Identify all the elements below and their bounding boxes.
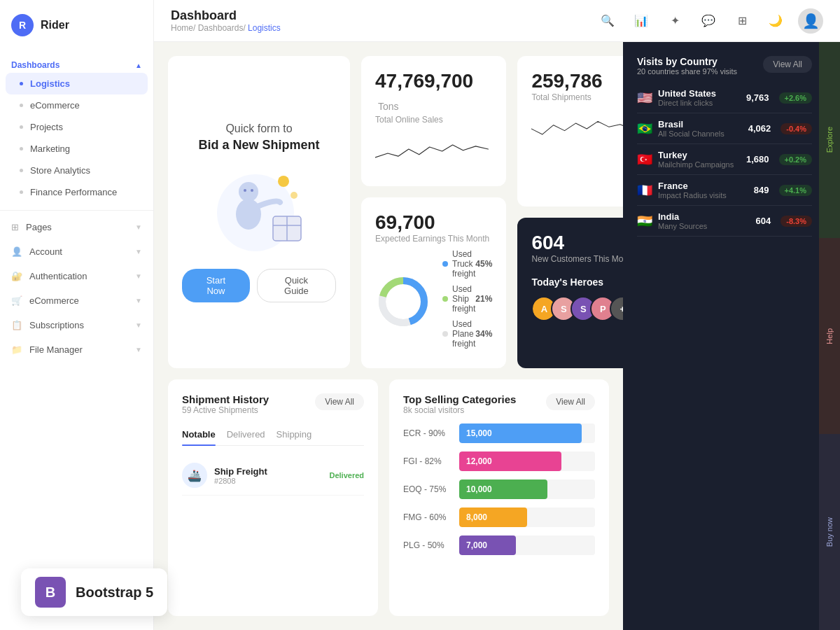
chevron-right-icon: ▼	[135, 297, 142, 304]
breadcrumb-current: Logistics	[248, 23, 281, 33]
svg-point-2	[290, 192, 298, 199]
inactive-dot	[20, 190, 23, 194]
country-sub: Direct link clicks	[658, 99, 741, 107]
ship-id: #2808	[214, 477, 322, 485]
shipment-illustration	[210, 164, 308, 255]
second-stats-col: 259,786 Total Shipments 604 New Customer…	[517, 56, 623, 368]
sidebar-item-logistics[interactable]: Logistics	[6, 73, 148, 94]
total-sales-label: Total Online Sales	[375, 115, 492, 125]
tab-shipping[interactable]: Shipping	[276, 424, 312, 445]
start-now-button[interactable]: Start Now	[182, 269, 250, 302]
sidebar-item-label: Authentication	[29, 271, 87, 281]
app-logo[interactable]: R Rider	[0, 0, 153, 50]
divider	[0, 210, 153, 211]
user-avatar[interactable]: 👤	[798, 8, 823, 34]
svg-point-9	[251, 189, 253, 192]
shipment-header: Shipment History 59 Active Shipments Vie…	[182, 393, 364, 415]
bar-label: FMG - 60%	[403, 512, 452, 522]
donut-content: Used Truck freight 45% Used Ship freight…	[375, 249, 492, 354]
breadcrumb-home: Home/	[171, 23, 195, 33]
bar-value: 7,000	[466, 540, 487, 550]
customers-value: 604	[531, 232, 623, 254]
country-info: France Impact Radius visits	[658, 181, 748, 200]
country-sub: Mailchimp Campaigns	[658, 160, 741, 169]
sidebar: R Rider Dashboards ▲ Logistics eCommerce…	[0, 0, 154, 630]
bottom-cards-row: Shipment History 59 Active Shipments Vie…	[168, 379, 609, 616]
sidebar-item-account[interactable]: 👤 Account ▼	[0, 239, 153, 264]
country-flag: 🇹🇷	[637, 152, 652, 167]
bar-label: FGI - 82%	[403, 456, 452, 466]
freight-donut-chart	[375, 274, 431, 330]
bar-fill: 15,000	[459, 424, 582, 443]
tab-notable[interactable]: Notable	[182, 424, 216, 445]
file-icon: 📁	[11, 344, 22, 355]
sidebar-item-label: Logistics	[30, 78, 70, 89]
chat-icon[interactable]: 💬	[697, 10, 720, 32]
main-content: Dashboard Home/ Dashboards/ Logistics 🔍 …	[154, 0, 840, 630]
dashboards-section: Dashboards ▲ Logistics eCommerce Project…	[0, 50, 153, 206]
bar-value: 12,000	[466, 456, 492, 466]
sidebar-item-marketing[interactable]: Marketing	[0, 138, 153, 160]
sidebar-item-store-analytics[interactable]: Store Analytics	[0, 160, 153, 181]
side-tabs: Explore Help Buy now	[819, 42, 840, 630]
content-main: Quick form to Bid a New Shipment	[154, 42, 623, 630]
bar-track: 12,000	[459, 451, 595, 471]
country-info: Turkey Mailchimp Campaigns	[658, 150, 741, 169]
pages-icon: ⊞	[11, 222, 19, 232]
ship-icon: 🚢	[182, 463, 207, 488]
help-tab[interactable]: Help	[819, 238, 840, 434]
visits-section: Visits by Country 20 countries share 97%…	[623, 42, 840, 237]
shipment-item: 🚢 Ship Freight #2808 Delivered	[182, 456, 364, 496]
bar-fill: 10,000	[459, 479, 547, 499]
header-left: Dashboard Home/ Dashboards/ Logistics	[171, 8, 281, 33]
sidebar-item-ecommerce[interactable]: eCommerce	[0, 94, 153, 116]
active-dot	[20, 82, 23, 85]
sidebar-item-authentication[interactable]: 🔐 Authentication ▼	[0, 264, 153, 288]
right-panel: Explore Help Buy now Visits by Country 2…	[623, 42, 840, 630]
country-flag: 🇧🇷	[637, 121, 652, 136]
country-sub: All Social Channels	[658, 130, 743, 138]
inactive-dot	[20, 147, 23, 150]
dashboards-group[interactable]: Dashboards ▲	[0, 53, 153, 73]
visits-view-all-button[interactable]: View All	[763, 56, 812, 73]
sidebar-item-projects[interactable]: Projects	[0, 116, 153, 138]
search-icon[interactable]: 🔍	[596, 10, 619, 32]
categories-view-all-button[interactable]: View All	[546, 393, 595, 410]
country-value: 604	[756, 216, 771, 226]
visits-sub: 20 countries share 97% visits	[637, 67, 737, 76]
country-item: 🇺🇸 United States Direct link clicks 9,76…	[637, 83, 812, 113]
buy-now-tab[interactable]: Buy now	[819, 434, 840, 630]
sidebar-item-file-manager[interactable]: 📁 File Manager ▼	[0, 337, 153, 362]
shipment-history-card: Shipment History 59 Active Shipments Vie…	[168, 379, 378, 616]
sub-icon: 📋	[11, 320, 22, 330]
content-area: Quick form to Bid a New Shipment	[154, 42, 840, 630]
sidebar-item-label: Finance Performance	[30, 187, 117, 197]
shipments-label: Total Shipments	[531, 92, 623, 102]
ship-name: Ship Freight	[214, 466, 322, 477]
shipment-view-all-button[interactable]: View All	[315, 393, 364, 410]
ship-status: Delivered	[329, 471, 364, 479]
sidebar-item-label: eCommerce	[29, 295, 79, 306]
bootstrap-icon: B	[35, 577, 66, 608]
settings-icon[interactable]: ✦	[664, 10, 686, 32]
country-name: United States	[658, 88, 741, 99]
sidebar-item-ecommerce-main[interactable]: 🛒 eCommerce ▼	[0, 288, 153, 313]
sidebar-item-pages[interactable]: ⊞ Pages ▼	[0, 215, 153, 239]
grid-icon[interactable]: ⊞	[731, 10, 753, 32]
chart-icon[interactable]: 📊	[630, 10, 652, 32]
header-actions: 🔍 📊 ✦ 💬 ⊞ 🌙 👤	[596, 8, 823, 34]
bar-label: PLG - 50%	[403, 540, 452, 550]
bar-value: 8,000	[466, 512, 487, 522]
freight-legend: Used Truck freight 45% Used Ship freight…	[442, 249, 492, 354]
country-flag: 🇫🇷	[637, 183, 652, 198]
tab-delivered[interactable]: Delivered	[227, 424, 265, 445]
quick-guide-button[interactable]: Quick Guide	[257, 269, 336, 302]
explore-tab[interactable]: Explore	[819, 42, 840, 238]
sidebar-item-subscriptions[interactable]: 📋 Subscriptions ▼	[0, 313, 153, 337]
sidebar-item-finance-performance[interactable]: Finance Performance	[0, 181, 153, 203]
svg-point-4	[236, 199, 261, 230]
bar-item: EOQ - 75% 10,000	[403, 479, 595, 499]
theme-icon[interactable]: 🌙	[764, 10, 787, 32]
country-item: 🇹🇷 Turkey Mailchimp Campaigns 1,680 +0.2…	[637, 144, 812, 175]
earnings-label: Expected Earnings This Month	[375, 234, 492, 244]
